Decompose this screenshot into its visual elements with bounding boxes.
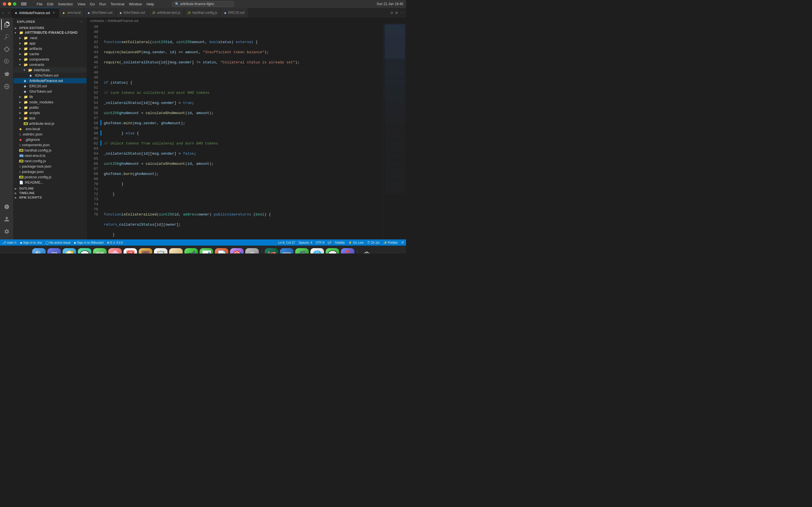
timeline-section[interactable]: ▶ TIMELINE: [13, 191, 87, 195]
file-IGhoToken[interactable]: ◆ IGhoToken.sol: [13, 73, 87, 78]
breadcrumb-contracts[interactable]: contracts: [90, 19, 104, 23]
file-ArttributeFinance[interactable]: ◆ ArttributeFinance.sol: [13, 78, 87, 83]
file-package-json[interactable]: {} package.json: [13, 169, 87, 174]
npm-scripts-section[interactable]: ▶ NPM SCRIPTS: [13, 195, 87, 200]
activity-run[interactable]: [1, 56, 12, 67]
root-folder[interactable]: ▾ 📁 ARTTRIBUTE-FINANCE-LFGHO: [13, 30, 87, 35]
global-search-bar[interactable]: 🔍 arttribute-finance-lfgho: [172, 1, 234, 7]
dock-facetime[interactable]: 📹: [185, 248, 198, 254]
sign-in-jira[interactable]: ◆ Sign in to Jira: [20, 241, 42, 244]
folder-interfaces[interactable]: ▾ 📂 interfaces: [13, 67, 87, 73]
dock-whatsapp[interactable]: 💬: [326, 248, 339, 254]
folder-components[interactable]: ▶ 📁 components: [13, 57, 87, 62]
go-live-button[interactable]: ⚡ Go Live: [348, 241, 364, 244]
activity-problems[interactable]: [1, 201, 12, 212]
breadcrumb-file[interactable]: ArttributeFinance.sol: [107, 19, 139, 23]
dock-trash[interactable]: 🗑: [360, 248, 374, 254]
folder-lib[interactable]: ▶ 📁 lib: [13, 94, 87, 100]
dock-gitkraken[interactable]: 🐙: [265, 248, 278, 254]
tab-GhoToken[interactable]: ◆ GhoToken.sol: [84, 8, 116, 17]
dock-maps[interactable]: 🗺: [93, 248, 107, 254]
activity-account[interactable]: [1, 214, 12, 225]
cursor-position[interactable]: Ln 8, Col 27: [278, 241, 295, 244]
dock-messages[interactable]: 💬: [78, 248, 91, 254]
dock-photos[interactable]: 🌸: [108, 248, 122, 254]
dock-system-prefs[interactable]: ⚙: [245, 248, 259, 254]
file-ERC20[interactable]: ◆ ERC20.sol: [13, 83, 87, 89]
folder-app[interactable]: ▶ 📁 app: [13, 41, 87, 46]
file-next-env[interactable]: TS next-env.d.ts: [13, 153, 87, 158]
tab-ERC20[interactable]: ◆ ERC20.sol: [221, 8, 248, 17]
folder-scripts[interactable]: ▶ 📁 scripts: [13, 110, 87, 115]
maximize-button[interactable]: [13, 2, 16, 6]
dock-safari[interactable]: 🧭: [63, 248, 76, 254]
folder-cache[interactable]: ▶ 📁 cache: [13, 51, 87, 57]
dock-reminders[interactable]: 📋: [154, 248, 167, 254]
minimize-button[interactable]: [8, 2, 11, 6]
tab-IGhoToken[interactable]: ◆ IGhoToken.sol: [116, 8, 149, 17]
activity-search[interactable]: [1, 31, 12, 43]
file-postcss[interactable]: JS postcss.config.js: [13, 174, 87, 180]
dock-bear[interactable]: 🐻: [139, 248, 152, 254]
file-readme[interactable]: 📄 README...: [13, 180, 87, 185]
more-tabs-button[interactable]: ⋯: [400, 11, 403, 15]
activity-git[interactable]: [1, 44, 12, 55]
folder-public[interactable]: ▶ 📁 public: [13, 105, 87, 110]
file-gitignore[interactable]: ◆ .gitignore: [13, 137, 87, 142]
prettier-button[interactable]: ✨ Prettier: [383, 241, 398, 244]
dock-finder[interactable]: 🔍: [32, 248, 46, 254]
dock-vscode[interactable]: ⌨: [280, 248, 294, 254]
menu-help[interactable]: Help: [146, 2, 154, 6]
sign-in-bitbucket[interactable]: ◆ Sign in to Bitbucket: [74, 241, 103, 244]
line-ending-indicator[interactable]: LF: [328, 241, 332, 244]
dock-unknown[interactable]: ❓: [341, 248, 354, 254]
branch-indicator[interactable]: ⎇ main ↻: [2, 241, 17, 244]
open-editors-section[interactable]: ▶ OPEN EDITORS: [13, 25, 87, 30]
dock-keynote[interactable]: 🎯: [230, 248, 244, 254]
refresh-button[interactable]: ↺: [401, 241, 404, 244]
menu-run[interactable]: Run: [99, 2, 106, 6]
split-editor-button[interactable]: ⊟: [391, 11, 393, 15]
layout-button[interactable]: ⊞: [395, 11, 398, 15]
encoding-indicator[interactable]: UTF-8: [316, 241, 324, 244]
folder-next[interactable]: ▶ 📁 .next: [13, 35, 87, 41]
file-package-lock[interactable]: {} package-lock.json: [13, 164, 87, 169]
activity-remote[interactable]: [1, 81, 12, 92]
menu-edit[interactable]: Edit: [47, 2, 53, 6]
file-env-local[interactable]: ◆ .env.local: [13, 126, 87, 131]
language-indicator[interactable]: Solidity: [335, 241, 345, 244]
sidebar-more-button[interactable]: ···: [80, 20, 83, 23]
folder-artifacts[interactable]: ▶ 📁 artifacts: [13, 46, 87, 51]
editor-content[interactable]: 39 40 41 42 43 44 45 46 47 48 49 50 51 5…: [87, 24, 406, 239]
file-next-config[interactable]: JS next.config.js: [13, 158, 87, 164]
file-components-json[interactable]: {} components.json: [13, 142, 87, 148]
tab-ArttributeFinance[interactable]: ◆ ArttributeFinance.sol ✕: [11, 8, 59, 17]
menu-selection[interactable]: Selection: [58, 2, 73, 6]
nav-forward[interactable]: ›: [6, 10, 12, 15]
dock-calendar[interactable]: 📅: [123, 248, 137, 254]
menu-go[interactable]: Go: [90, 2, 95, 6]
menu-terminal[interactable]: Terminal: [110, 2, 124, 6]
folder-test[interactable]: ▾ 📂 test: [13, 115, 87, 121]
activity-explorer[interactable]: [1, 19, 12, 30]
folder-contracts[interactable]: ▾ 📂 contracts: [13, 62, 87, 67]
tab-arttribute-test[interactable]: JS arttribute-test.js: [149, 8, 184, 17]
time-indicator[interactable]: ⏱ 2h 1m: [367, 241, 380, 244]
dock-spotify[interactable]: 🎵: [295, 248, 309, 254]
tab-hardhat[interactable]: JS hardhat.config.js: [184, 8, 221, 17]
menu-view[interactable]: View: [78, 2, 86, 6]
dock-pages[interactable]: 📄: [215, 248, 229, 254]
activity-extensions[interactable]: [1, 68, 12, 80]
spaces-indicator[interactable]: Spaces: 4: [299, 241, 312, 244]
tab-env[interactable]: ◆ .env.local: [59, 8, 84, 17]
file-hardhat-config[interactable]: JS hardhat.config.js: [13, 148, 87, 153]
code-editor[interactable]: function setCollateral(uint256 id, uint2…: [101, 24, 384, 239]
close-button[interactable]: [3, 2, 6, 6]
outline-section[interactable]: ▶ OUTLINE: [13, 186, 87, 191]
errors-warnings[interactable]: ⊗ 0 ⚠ 0 ℹ 0: [107, 241, 123, 244]
file-arttribute-test[interactable]: JS arttribute-test.js: [13, 121, 87, 126]
menu-file[interactable]: File: [37, 2, 43, 6]
dock-freeform[interactable]: ✏: [169, 248, 183, 254]
dock-numbers[interactable]: 📊: [200, 248, 213, 254]
file-eslintrc[interactable]: {} .eslintrc.json: [13, 131, 87, 137]
